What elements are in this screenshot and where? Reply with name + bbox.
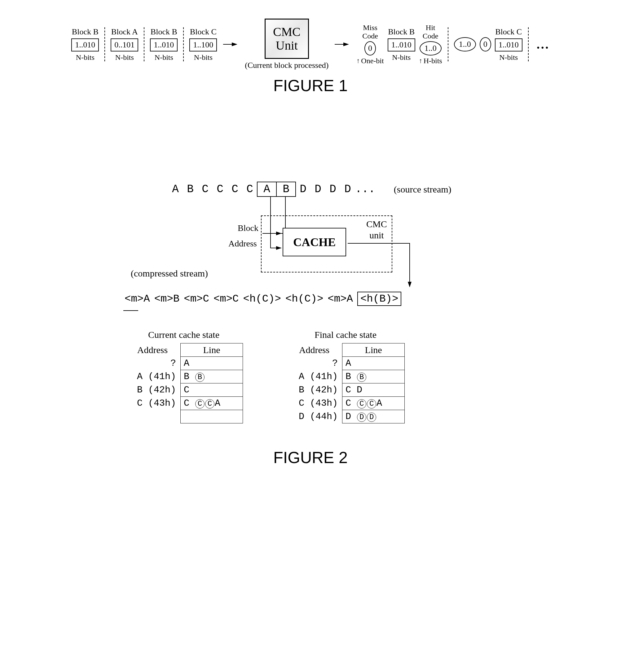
line-cell: C D	[342, 384, 405, 397]
block-sub: N-bits	[194, 53, 213, 62]
final-cache-table: Final cache state AddressLine ?A A (41h)…	[286, 329, 405, 424]
divider	[183, 27, 184, 62]
line-cell: A	[342, 357, 405, 370]
block-bits: 1..010	[388, 38, 415, 51]
stream-char: A	[168, 183, 183, 196]
stream-char: D	[310, 183, 325, 196]
compressed-stream-label: (compressed stream)	[131, 268, 208, 279]
circled-char: D	[367, 412, 376, 422]
stream-char: D	[296, 183, 310, 196]
comp-token: <m>A	[328, 293, 353, 305]
compressed-stream-row: <m>A <m>B <m>C <m>C <h(C)> <h(C)> <m>A <…	[125, 292, 401, 306]
comp-token: <h(C)>	[285, 293, 323, 305]
addr-cell	[125, 410, 181, 424]
line-char: A	[345, 358, 351, 368]
line-char: A	[184, 358, 189, 368]
stream-char: C	[213, 183, 227, 196]
comp-token-current: <h(B)>	[357, 292, 401, 306]
stream-ellipsis: ...	[355, 183, 375, 196]
circled-char: B	[357, 372, 366, 382]
comp-token: <m>B	[154, 293, 180, 305]
hit-title: HitCode	[423, 24, 439, 40]
hit-oval: 1..0	[420, 41, 442, 55]
figure-1: Block B 1..010 N-bits Block A 0..101 N-b…	[31, 18, 590, 95]
block-bits: 1..010	[71, 38, 99, 51]
divider	[105, 27, 105, 62]
figure1-row: Block B 1..010 N-bits Block A 0..101 N-b…	[71, 18, 549, 70]
circled-char: C	[357, 399, 366, 408]
cmc-unit-label: CMCunit	[366, 219, 387, 241]
addr-cell: ?	[125, 357, 181, 370]
hit-sub: ↑H-bits	[419, 57, 442, 65]
code-oval: 0	[480, 37, 491, 51]
cmc-box: CMC Unit	[265, 18, 309, 59]
line-cell: B B	[181, 370, 243, 384]
output-block: Block B 1..010 N-bits	[388, 27, 415, 62]
input-block: Block B 1..010 N-bits	[71, 27, 99, 62]
block-label: Block B	[388, 27, 415, 37]
block-label: Block C	[495, 27, 522, 37]
comp-token: <h(C)>	[243, 293, 281, 305]
block-sub: N-bits	[499, 53, 518, 62]
addr-cell: B (42h)	[286, 384, 342, 397]
figure-2: A B C C C C A B D D D D ... (source stre…	[31, 182, 590, 467]
ellipsis: ...	[534, 37, 550, 52]
line-header: Line	[181, 344, 243, 357]
block-sub: N-bits	[76, 53, 94, 62]
cache-table: AddressLine ?A A (41h)B BB (42h)C D C (4…	[286, 343, 405, 424]
input-block: Block A 0..101 N-bits	[111, 27, 138, 62]
cmc-line2: Unit	[273, 39, 300, 52]
circled-char: D	[357, 412, 366, 422]
block-sub: N-bits	[155, 53, 173, 62]
line-cell: B B	[342, 370, 405, 384]
table-title: Final cache state	[315, 329, 376, 340]
hit-code: HitCode 1..0 ↑H-bits	[419, 24, 442, 65]
stream-char: C	[198, 183, 213, 196]
block-sub: N-bits	[392, 53, 411, 62]
line-cell: C CCA	[342, 397, 405, 410]
line-char: C	[184, 398, 195, 408]
stream-char: D	[340, 183, 355, 196]
line-cell: A	[181, 357, 243, 370]
addr-header: Address	[286, 344, 342, 357]
stream-char: C	[242, 183, 257, 196]
figure2-diagram: CACHE CMCunit Block Address (compressed …	[125, 197, 496, 290]
block-bits: 0..101	[111, 38, 138, 51]
addr-cell: C (43h)	[286, 397, 342, 410]
addr-cell: A (41h)	[286, 370, 342, 384]
current-cache-table: Current cache state AddressLine ?A A (41…	[125, 329, 243, 424]
output-block: Block C 1..010 N-bits	[495, 27, 523, 62]
input-block: Block C 1..100 N-bits	[189, 27, 217, 62]
block-arrow-label: Block	[238, 223, 258, 233]
arrow-right-icon	[223, 29, 239, 60]
block-label: Block C	[190, 27, 217, 37]
address-arrow-label: Address	[229, 239, 257, 248]
block-bits: 1..100	[189, 38, 217, 51]
stream-char-current-block: B	[276, 182, 296, 197]
miss-title: MissCode	[362, 24, 378, 40]
divider	[528, 27, 529, 62]
addr-header: Address	[125, 344, 181, 357]
block-label: Block B	[72, 27, 98, 37]
line-cell	[181, 410, 243, 424]
line-char: C	[184, 385, 189, 395]
circled-char: C	[205, 399, 214, 408]
arrow-right-icon	[335, 29, 350, 60]
cache-table: AddressLine ?A A (41h)B BB (42h)C C (43h…	[125, 343, 243, 424]
circled-char: B	[195, 372, 205, 382]
cmc-line1: CMC	[273, 25, 300, 39]
source-stream-label: (source stream)	[394, 184, 452, 195]
figure1-title: FIGURE 1	[273, 76, 348, 95]
figure2-title: FIGURE 2	[273, 448, 348, 467]
line-char: D	[345, 411, 357, 422]
line-char: C	[345, 398, 357, 408]
stream-char: B	[183, 183, 198, 196]
addr-cell: C (43h)	[125, 397, 181, 410]
line-char: B	[184, 371, 195, 382]
stream-char: C	[227, 183, 242, 196]
line-char: C	[345, 385, 357, 395]
addr-cell: ?	[286, 357, 342, 370]
stream-char: D	[325, 183, 340, 196]
cmc-unit: CMC Unit (Current block processed)	[245, 18, 328, 70]
cache-box: CACHE	[283, 228, 346, 256]
